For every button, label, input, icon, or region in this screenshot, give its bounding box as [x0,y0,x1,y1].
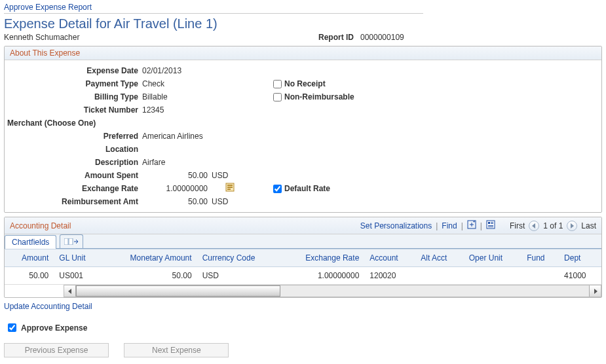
find-link[interactable]: Find [442,221,457,230]
next-expense-button[interactable]: Next Expense [124,343,229,357]
update-accounting-detail-link[interactable]: Update Accounting Detail [4,302,92,311]
svg-rect-5 [487,221,495,228]
non-reimbursable-label: Non-Reimbursable [284,90,354,103]
approve-expense-label: Approve Expense [21,323,87,333]
table-row: 50.00 US001 50.00 USD 1.00000000 120020 … [5,267,601,285]
grid-last-label: Last [581,221,596,230]
svg-rect-7 [491,222,493,223]
amount-spent-value: 50.00 [142,169,208,182]
svg-rect-1 [227,185,233,186]
grid-tabs: Chartfields [5,234,601,249]
grid-first-label: First [510,221,525,230]
breadcrumb[interactable]: Approve Expense Report [4,3,602,12]
svg-rect-10 [488,227,493,227]
description-value: Airfare [142,156,247,169]
billing-type-value: Billable [142,90,247,103]
grid-position: 1 of 1 [543,221,563,230]
svg-rect-3 [227,189,231,190]
zoom-icon[interactable] [467,220,476,231]
cell-exchange-rate: 1.00000000 [280,267,365,285]
grid-prev-icon[interactable] [529,221,539,231]
description-label: Description [7,156,138,169]
svg-rect-2 [227,187,233,188]
cell-currency-code: USD [197,267,280,285]
payment-type-value: Check [142,77,247,90]
location-value [142,143,247,156]
amount-spent-ccy: USD [212,171,228,180]
cell-dept: 41000 [559,267,601,285]
exchange-rate-value: 1.00000000 [142,182,208,195]
page-title: Expense Detail for Air Travel (Line 1) [4,16,602,31]
about-expense-section: About This Expense Expense Date Payment … [4,46,602,213]
cell-amount: 50.00 [5,267,54,285]
reimbursement-amt-value: 50.00 [142,195,208,208]
scroll-left-icon[interactable] [64,285,76,297]
expense-date-value: 02/01/2013 [142,64,247,77]
merchant-header: Merchant (Choose One) [7,117,138,130]
col-oper-unit[interactable]: Oper Unit [464,249,521,267]
svg-rect-9 [488,225,493,226]
col-fund[interactable]: Fund [521,249,559,267]
ticket-number-label: Ticket Number [7,103,138,117]
accounting-detail-section: Accounting Detail Set Personalizations |… [4,217,602,298]
svg-rect-6 [488,222,490,224]
col-monetary-amount[interactable]: Monetary Amount [102,249,197,267]
scroll-thumb[interactable] [76,285,280,297]
location-label: Location [7,143,138,156]
exchange-rate-detail-icon[interactable] [225,183,235,196]
no-receipt-label: No Receipt [284,77,326,90]
col-alt-acct[interactable]: Alt Acct [415,249,464,267]
col-dept[interactable]: Dept [559,249,601,267]
cell-gl-unit: US001 [54,267,102,285]
cell-oper-unit [464,267,521,285]
cell-account: 120020 [364,267,415,285]
owner-name: Kenneth Schumacher [4,33,318,42]
col-exchange-rate[interactable]: Exchange Rate [280,249,365,267]
col-amount[interactable]: Amount [5,249,54,267]
tab-show-all-icon[interactable] [60,234,83,248]
svg-rect-11 [64,238,68,245]
billing-type-label: Billing Type [7,90,138,103]
set-personalizations-link[interactable]: Set Personalizations [360,221,432,230]
preferred-value: American Airlines [142,130,247,143]
default-rate-label: Default Rate [284,182,330,195]
amount-spent-label: Amount Spent [7,169,138,182]
ticket-number-value: 12345 [142,103,247,117]
reimbursement-amt-label: Reimbursement Amt [7,195,138,208]
cell-monetary-amount: 50.00 [102,267,197,285]
cell-fund [521,267,559,285]
reimbursement-ccy: USD [212,197,228,206]
about-expense-title: About This Expense [5,46,601,60]
col-account[interactable]: Account [364,249,415,267]
divider [4,13,423,14]
payment-type-label: Payment Type [7,77,138,90]
tab-chartfields[interactable]: Chartfields [5,235,56,249]
grid-horizontal-scrollbar[interactable] [64,285,601,297]
grid-next-icon[interactable] [567,221,577,231]
accounting-detail-title: Accounting Detail [10,221,71,230]
approve-expense-checkbox[interactable] [8,323,16,332]
cell-alt-acct [415,267,464,285]
exchange-rate-label: Exchange Rate [7,182,138,195]
scroll-right-icon[interactable] [589,285,601,297]
report-id-label: Report ID [318,33,354,42]
svg-rect-12 [69,238,73,245]
report-id-value: 0000000109 [360,33,404,42]
download-icon[interactable] [486,220,495,231]
no-receipt-checkbox[interactable]: No Receipt [273,77,354,90]
svg-rect-8 [491,223,493,224]
default-rate-checkbox[interactable]: Default Rate [273,182,354,195]
col-gl-unit[interactable]: GL Unit [54,249,102,267]
preferred-label: Preferred [7,130,138,143]
previous-expense-button[interactable]: Previous Expense [4,343,109,357]
expense-date-label: Expense Date [7,64,138,77]
accounting-grid: Amount GL Unit Monetary Amount Currency … [5,249,601,285]
non-reimbursable-checkbox[interactable]: Non-Reimbursable [273,90,354,103]
col-currency-code[interactable]: Currency Code [197,249,280,267]
